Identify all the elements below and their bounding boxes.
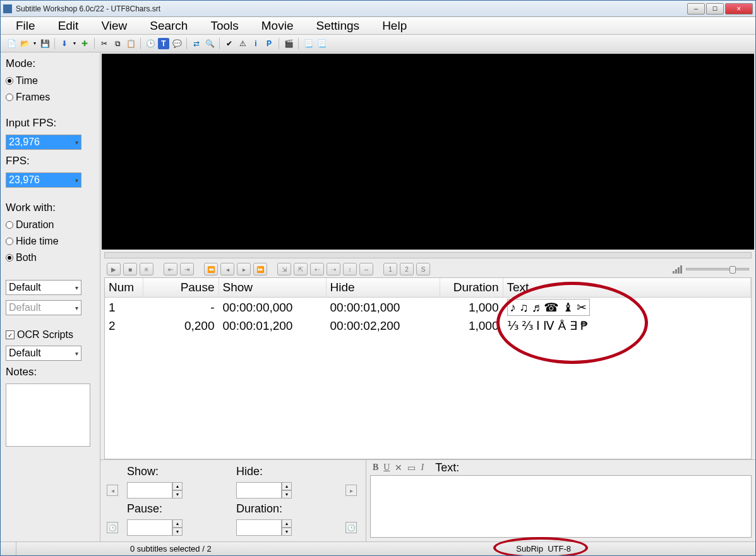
- saveas-dropdown-icon[interactable]: ▾: [72, 38, 77, 49]
- menu-settings[interactable]: Settings: [304, 18, 371, 34]
- down-icon[interactable]: ▾: [172, 528, 183, 536]
- pause-field[interactable]: [127, 519, 172, 536]
- mode-time-radio[interactable]: Time: [6, 75, 95, 87]
- pause-input[interactable]: ▴▾: [127, 519, 230, 536]
- ww-hidetime-radio[interactable]: Hide time: [6, 236, 95, 247]
- up-icon[interactable]: ▴: [172, 482, 183, 490]
- paste-icon[interactable]: 📋: [125, 38, 136, 49]
- sync-fwd-button[interactable]: ⇢: [327, 263, 340, 275]
- down-icon[interactable]: ▾: [282, 490, 292, 499]
- close-button[interactable]: ✕: [725, 3, 753, 15]
- forward-button[interactable]: ⏩: [253, 263, 267, 275]
- ww-both-radio[interactable]: Both: [6, 252, 95, 263]
- open-icon[interactable]: 📂: [19, 38, 30, 49]
- volume-slider[interactable]: [686, 268, 749, 270]
- stop-button[interactable]: ■: [123, 263, 137, 275]
- hide-input[interactable]: ▴▾: [236, 482, 339, 499]
- minimize-button[interactable]: ─: [687, 3, 705, 15]
- underline-button[interactable]: U: [383, 462, 390, 473]
- menu-movie[interactable]: Movie: [250, 18, 305, 34]
- pascal-icon[interactable]: P: [263, 38, 275, 49]
- play-button[interactable]: ▶: [107, 263, 121, 275]
- step-back-button[interactable]: ◂: [220, 263, 234, 275]
- combo-default-2[interactable]: Default▾: [6, 300, 81, 315]
- info-icon[interactable]: i: [250, 38, 261, 49]
- seek-bar[interactable]: [104, 252, 752, 258]
- doc2-icon[interactable]: 📃: [316, 38, 327, 49]
- prev-sub-button[interactable]: ⇤: [164, 263, 177, 275]
- ocr-scripts-check[interactable]: ✓OCR Scripts: [6, 329, 95, 341]
- ww-duration-radio[interactable]: Duration: [6, 219, 95, 231]
- grid-row[interactable]: 2 0,200 00:00:01,200 00:00:02,200 1,000 …: [105, 317, 751, 334]
- text-icon[interactable]: T: [158, 38, 169, 49]
- translate-icon[interactable]: ⇄: [191, 38, 202, 49]
- mark-out-button[interactable]: ⇱: [294, 263, 308, 275]
- col-duration[interactable]: Duration: [440, 278, 503, 298]
- slider-thumb[interactable]: [729, 266, 736, 274]
- menu-file[interactable]: File: [4, 18, 47, 34]
- extra1-button[interactable]: ↕: [343, 263, 357, 275]
- up-icon[interactable]: ▴: [172, 519, 183, 528]
- box-button[interactable]: ▭: [407, 462, 416, 473]
- menu-tools[interactable]: Tools: [199, 18, 249, 34]
- duration-input[interactable]: ▴▾: [236, 519, 339, 536]
- down-icon[interactable]: ▾: [172, 490, 183, 499]
- down-icon[interactable]: ▾: [282, 528, 292, 536]
- col-hide[interactable]: Hide: [326, 278, 440, 298]
- copy-icon[interactable]: ⧉: [112, 38, 123, 49]
- col-show[interactable]: Show: [219, 278, 326, 298]
- spellcheck-icon[interactable]: ✔: [224, 38, 235, 49]
- warning-icon[interactable]: ⚠: [237, 38, 248, 49]
- video-icon[interactable]: 🎬: [283, 38, 294, 49]
- hide-field[interactable]: [236, 482, 282, 499]
- extra2-button[interactable]: ↔: [359, 263, 373, 275]
- save-as-icon[interactable]: ⬇: [59, 38, 70, 49]
- maximize-button[interactable]: ☐: [706, 3, 724, 15]
- clear-button[interactable]: ✕: [395, 462, 402, 473]
- col-num[interactable]: Num: [105, 278, 143, 298]
- subtitle-text-input[interactable]: [370, 475, 752, 538]
- show-input[interactable]: ▴▾: [127, 482, 230, 499]
- video-preview[interactable]: [102, 54, 754, 250]
- clock-icon[interactable]: 🕒: [345, 522, 357, 533]
- new-icon[interactable]: 📄: [6, 38, 17, 49]
- mark-in-button[interactable]: ⇲: [277, 263, 291, 275]
- menu-help[interactable]: Help: [371, 18, 418, 34]
- menu-edit[interactable]: Edit: [47, 18, 90, 34]
- combo-default-1[interactable]: Default▾: [6, 280, 81, 295]
- sync-back-button[interactable]: ⇠: [310, 263, 324, 275]
- cut-icon[interactable]: ✂: [99, 38, 110, 49]
- grid-row[interactable]: 1 - 00:00:00,000 00:00:01,000 1,000 ♪ ♫ …: [105, 298, 751, 318]
- list-button[interactable]: ≡: [140, 263, 153, 275]
- menu-search[interactable]: Search: [138, 18, 199, 34]
- timer-icon[interactable]: 🕒: [145, 38, 156, 49]
- col-text[interactable]: Text: [503, 278, 751, 298]
- two-button[interactable]: 2: [400, 263, 414, 275]
- fps-combo[interactable]: 23,976▾: [6, 172, 81, 188]
- open-dropdown-icon[interactable]: ▾: [32, 38, 37, 49]
- rewind-button[interactable]: ⏪: [204, 263, 218, 275]
- combo-ocr[interactable]: Default▾: [6, 346, 81, 361]
- next-sub-button[interactable]: ⇥: [180, 263, 194, 275]
- search-icon[interactable]: 🔍: [204, 38, 215, 49]
- save-icon[interactable]: 💾: [39, 38, 51, 49]
- mode-frames-radio[interactable]: Frames: [6, 92, 95, 103]
- subtitle-grid[interactable]: Num Pause Show Hide Duration Text 1 - 00…: [104, 277, 752, 459]
- doc1-icon[interactable]: 📃: [303, 38, 314, 49]
- clock-icon[interactable]: 🕒: [107, 522, 118, 533]
- next-icon[interactable]: ▸: [345, 485, 357, 496]
- menu-view[interactable]: View: [90, 18, 138, 34]
- step-fwd-button[interactable]: ▸: [237, 263, 251, 275]
- prev-icon[interactable]: ◂: [107, 485, 118, 496]
- bold-button[interactable]: B: [373, 462, 378, 473]
- show-field[interactable]: [127, 482, 172, 499]
- s-button[interactable]: S: [416, 263, 430, 275]
- italic-button[interactable]: I: [421, 462, 424, 473]
- notes-textarea[interactable]: [6, 384, 90, 447]
- up-icon[interactable]: ▴: [282, 519, 292, 528]
- one-button[interactable]: 1: [383, 263, 397, 275]
- up-icon[interactable]: ▴: [282, 482, 292, 490]
- comment-icon[interactable]: 💬: [171, 38, 183, 49]
- duration-field[interactable]: [236, 519, 282, 536]
- input-fps-combo[interactable]: 23,976▾: [6, 135, 81, 150]
